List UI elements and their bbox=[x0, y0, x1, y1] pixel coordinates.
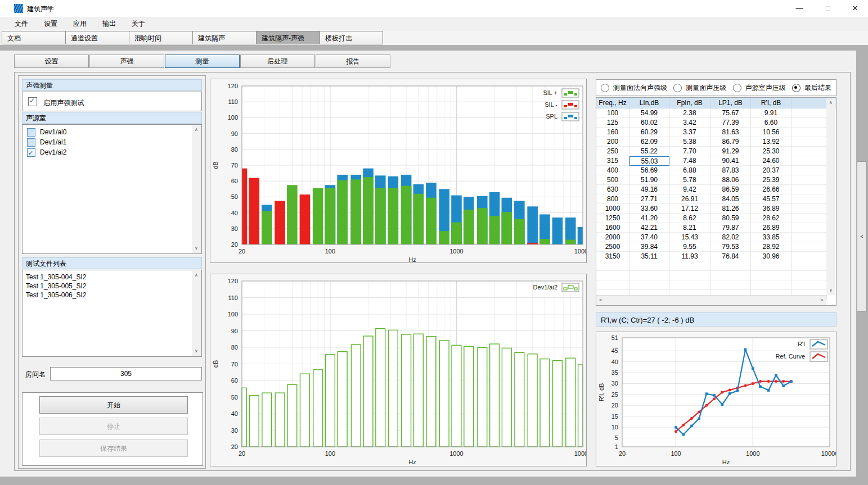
radio-icon[interactable] bbox=[601, 84, 609, 92]
channel-checkbox[interactable] bbox=[27, 128, 35, 137]
table-cell[interactable]: 30.96 bbox=[751, 252, 791, 261]
table-cell[interactable]: 39.84 bbox=[629, 242, 669, 252]
scroll-down-icon[interactable]: ∨ bbox=[826, 286, 835, 295]
menu-item-5[interactable]: 关于 bbox=[124, 17, 153, 31]
main-tab[interactable]: 建筑隔声 bbox=[192, 31, 256, 44]
radio-option[interactable]: 最后结果 bbox=[792, 83, 831, 93]
table-cell[interactable]: 9.55 bbox=[669, 242, 710, 252]
scroll-right-icon[interactable]: > bbox=[817, 296, 826, 305]
table-cell[interactable]: 500 bbox=[596, 175, 629, 185]
table-cell[interactable]: 9.42 bbox=[669, 185, 710, 194]
table-cell[interactable]: 86.79 bbox=[710, 137, 751, 147]
table-cell[interactable]: 51.90 bbox=[629, 175, 669, 185]
table-cell[interactable]: 3.37 bbox=[669, 128, 710, 137]
table-cell[interactable]: 250 bbox=[596, 147, 629, 156]
radio-icon[interactable] bbox=[673, 84, 682, 92]
table-cell[interactable] bbox=[791, 128, 827, 137]
table-cell[interactable]: 25.39 bbox=[751, 175, 791, 185]
table-cell[interactable]: 28.62 bbox=[751, 214, 791, 223]
table-cell[interactable]: 400 bbox=[596, 166, 629, 175]
collapse-handle[interactable]: < bbox=[857, 161, 867, 312]
table-cell[interactable]: 79.53 bbox=[710, 242, 751, 252]
table-cell[interactable]: 7.70 bbox=[669, 147, 710, 156]
table-cell[interactable] bbox=[791, 108, 827, 118]
table-cell[interactable]: 1250 bbox=[596, 214, 629, 223]
table-cell[interactable]: 91.29 bbox=[710, 147, 751, 156]
table-cell[interactable] bbox=[791, 166, 827, 175]
test-file-item[interactable]: Test 1_305-004_SI2 bbox=[23, 273, 201, 282]
sub-tab[interactable]: 设置 bbox=[14, 55, 89, 68]
table-cell[interactable]: 45.57 bbox=[751, 194, 791, 204]
save-result-button[interactable]: 保存结果 bbox=[39, 439, 188, 457]
sub-tab[interactable]: 后处理 bbox=[240, 55, 315, 68]
table-cell[interactable]: 26.89 bbox=[751, 223, 791, 233]
table-cell[interactable]: 160 bbox=[596, 128, 629, 137]
table-cell[interactable]: 33.85 bbox=[751, 233, 791, 242]
radio-option[interactable]: 测量面法向声强级 bbox=[601, 83, 667, 93]
table-cell[interactable] bbox=[791, 194, 827, 204]
main-tab[interactable]: 混响时间 bbox=[129, 31, 192, 44]
table-cell[interactable]: 49.16 bbox=[629, 185, 669, 194]
table-cell[interactable]: 2500 bbox=[596, 242, 629, 252]
table-cell[interactable]: 6.60 bbox=[751, 118, 791, 128]
table-cell[interactable]: 1000 bbox=[596, 204, 629, 214]
table-cell[interactable]: 25.30 bbox=[751, 147, 791, 156]
table-cell[interactable] bbox=[791, 204, 827, 214]
sub-tab[interactable]: 报告 bbox=[316, 55, 390, 68]
table-cell[interactable]: 80.59 bbox=[710, 214, 751, 223]
table-cell[interactable]: 81.63 bbox=[710, 128, 751, 137]
main-tab[interactable]: 通道设置 bbox=[65, 31, 129, 44]
menu-item-2[interactable]: 设置 bbox=[36, 17, 65, 31]
test-file-item[interactable]: Test 1_305-005_SI2 bbox=[23, 282, 201, 291]
table-cell[interactable]: 3150 bbox=[596, 252, 629, 261]
table-cell[interactable]: 8.62 bbox=[669, 214, 710, 223]
table-cell[interactable]: 20.37 bbox=[751, 166, 791, 175]
scroll-left-icon[interactable]: < bbox=[596, 296, 605, 305]
maximize-button[interactable]: □ bbox=[815, 0, 841, 17]
menu-item-3[interactable]: 应用 bbox=[65, 17, 95, 31]
table-cell[interactable] bbox=[791, 156, 827, 166]
table-cell[interactable]: 76.84 bbox=[710, 252, 751, 261]
table-cell[interactable]: 54.99 bbox=[629, 108, 669, 118]
table-cell[interactable]: 60.02 bbox=[629, 118, 669, 128]
table-cell[interactable] bbox=[791, 214, 827, 223]
close-button[interactable]: ✕ bbox=[842, 0, 868, 17]
table-cell[interactable]: 42.21 bbox=[629, 223, 669, 233]
scroll-up-icon[interactable]: ∧ bbox=[192, 125, 201, 134]
table-cell[interactable]: 33.60 bbox=[629, 204, 669, 214]
table-cell[interactable]: 60.29 bbox=[629, 128, 669, 137]
table-cell[interactable] bbox=[791, 242, 827, 252]
table-hscrollbar[interactable]: <> bbox=[596, 295, 826, 305]
table-cell[interactable]: 27.71 bbox=[629, 194, 669, 204]
table-cell[interactable]: 2000 bbox=[596, 233, 629, 242]
radio-icon[interactable] bbox=[792, 84, 800, 92]
room-name-input[interactable] bbox=[50, 367, 202, 380]
scroll-down-icon[interactable]: ∨ bbox=[192, 347, 201, 356]
table-cell[interactable]: 100 bbox=[596, 108, 629, 118]
table-cell[interactable]: 7.48 bbox=[669, 156, 710, 166]
table-cell[interactable] bbox=[791, 185, 827, 194]
table-cell[interactable]: 82.02 bbox=[710, 233, 751, 242]
table-cell[interactable]: 41.20 bbox=[629, 214, 669, 223]
table-cell[interactable]: 36.89 bbox=[751, 204, 791, 214]
table-cell[interactable]: 35.11 bbox=[629, 252, 669, 261]
channel-item[interactable]: Dev1/ai2 bbox=[23, 147, 201, 157]
table-cell[interactable]: 37.40 bbox=[629, 233, 669, 242]
stop-button[interactable]: 停止 bbox=[39, 418, 188, 435]
table-cell[interactable]: 15.43 bbox=[669, 233, 710, 242]
table-cell[interactable]: 3.42 bbox=[669, 118, 710, 128]
table-cell[interactable]: 81.26 bbox=[710, 204, 751, 214]
table-cell[interactable]: 26.66 bbox=[751, 185, 791, 194]
main-tab[interactable]: 楼板打击 bbox=[320, 31, 383, 44]
table-cell[interactable]: 84.05 bbox=[710, 194, 751, 204]
table-cell[interactable]: 5.78 bbox=[669, 175, 710, 185]
table-cell[interactable]: 88.06 bbox=[710, 175, 751, 185]
channel-list-scrollbar[interactable]: ∧ ∨ bbox=[192, 125, 201, 253]
main-tab[interactable]: 文档 bbox=[2, 31, 65, 44]
start-button[interactable]: 开始 bbox=[39, 396, 188, 414]
table-cell[interactable]: 75.67 bbox=[710, 108, 751, 118]
table-cell[interactable]: 8.21 bbox=[669, 223, 710, 233]
table-cell[interactable]: 62.09 bbox=[629, 137, 669, 147]
table-cell[interactable]: 26.91 bbox=[669, 194, 710, 204]
table-cell[interactable]: 10.56 bbox=[751, 128, 791, 137]
